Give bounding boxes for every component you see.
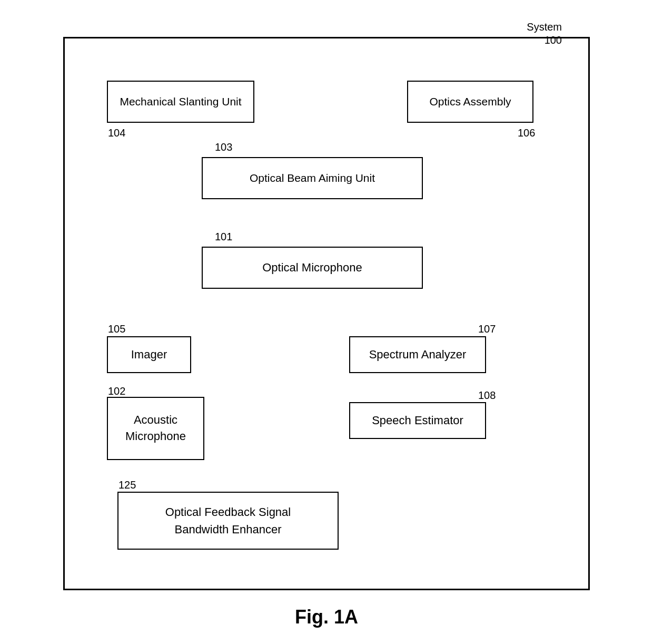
optics-assembly-label: Optics Assembly <box>429 95 511 108</box>
speech-estimator-box: Speech Estimator <box>349 402 486 439</box>
ref-106: 106 <box>518 127 535 139</box>
acoustic-microphone-label: Acoustic Microphone <box>125 412 186 445</box>
ref-101: 101 <box>215 231 232 243</box>
system-ref: 100 <box>527 34 562 46</box>
ref-107: 107 <box>478 323 496 335</box>
imager-label: Imager <box>131 348 167 362</box>
mechanical-slanting-unit-label: Mechanical Slanting Unit <box>120 95 241 108</box>
speech-estimator-label: Speech Estimator <box>372 414 463 427</box>
diagram-outer: Mechanical Slanting Unit 104 103 Optics … <box>63 37 590 590</box>
imager-box: Imager <box>107 336 191 373</box>
optical-feedback-label: Optical Feedback Signal Bandwidth Enhanc… <box>165 503 291 538</box>
ref-103: 103 <box>215 141 232 153</box>
ref-104: 104 <box>108 127 125 139</box>
optical-beam-aiming-unit-box: Optical Beam Aiming Unit <box>202 157 423 199</box>
page-container: Mechanical Slanting Unit 104 103 Optics … <box>11 11 642 644</box>
optical-microphone-label: Optical Microphone <box>262 261 362 275</box>
optical-microphone-box: Optical Microphone <box>202 247 423 289</box>
system-label: System 100 <box>527 21 562 46</box>
optical-beam-aiming-unit-label: Optical Beam Aiming Unit <box>250 172 375 184</box>
system-text: System <box>527 21 562 33</box>
optical-feedback-box: Optical Feedback Signal Bandwidth Enhanc… <box>117 492 339 550</box>
ref-125: 125 <box>118 479 136 491</box>
optics-assembly-box: Optics Assembly <box>407 81 533 123</box>
ref-105: 105 <box>108 323 125 335</box>
acoustic-microphone-box: Acoustic Microphone <box>107 397 204 460</box>
ref-102: 102 <box>108 385 125 397</box>
spectrum-analyzer-label: Spectrum Analyzer <box>369 348 467 362</box>
ref-108: 108 <box>478 389 496 402</box>
spectrum-analyzer-box: Spectrum Analyzer <box>349 336 486 373</box>
mechanical-slanting-unit-box: Mechanical Slanting Unit <box>107 81 254 123</box>
fig-label: Fig. 1A <box>295 606 358 628</box>
